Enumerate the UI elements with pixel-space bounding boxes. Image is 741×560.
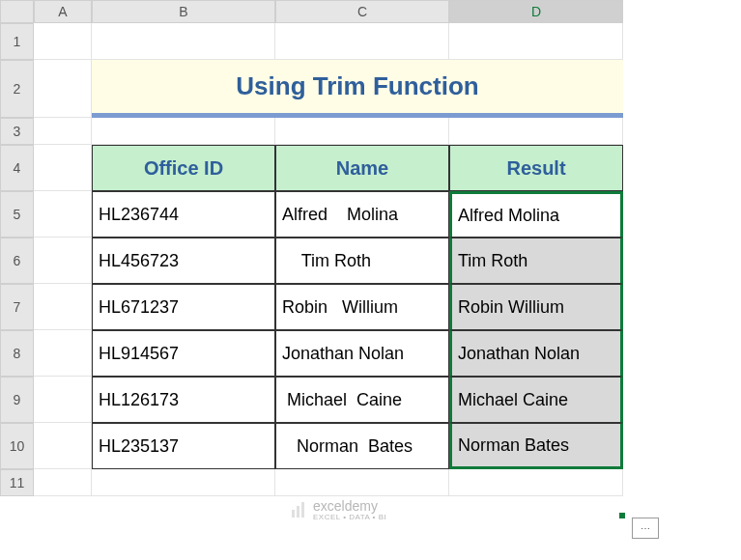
cell-result[interactable]: Alfred Molina bbox=[449, 191, 623, 238]
col-header-b[interactable]: B bbox=[92, 0, 275, 23]
cell-d11[interactable] bbox=[449, 469, 623, 496]
cell-office-id[interactable]: HL236744 bbox=[92, 191, 275, 238]
cell-a6[interactable] bbox=[34, 238, 92, 284]
cell-name[interactable]: Alfred Molina bbox=[275, 191, 449, 238]
cell-a4[interactable] bbox=[34, 145, 92, 191]
svg-rect-1 bbox=[297, 506, 299, 518]
chart-icon bbox=[290, 500, 309, 519]
cell-result[interactable]: Michael Caine bbox=[449, 377, 623, 423]
cell-a9[interactable] bbox=[34, 377, 92, 423]
svg-rect-2 bbox=[301, 502, 304, 518]
cell-name[interactable]: Norman Bates bbox=[275, 423, 449, 469]
cell-office-id[interactable]: HL456723 bbox=[92, 238, 275, 284]
cell-a8[interactable] bbox=[34, 330, 92, 377]
svg-rect-0 bbox=[292, 510, 295, 518]
cell-d3[interactable] bbox=[449, 118, 623, 145]
cell-name[interactable]: Robin Willium bbox=[275, 284, 449, 330]
col-header-d[interactable]: D bbox=[449, 0, 623, 23]
autofill-options-button[interactable]: ⋯ bbox=[632, 518, 659, 539]
row-header-7[interactable]: 7 bbox=[0, 284, 34, 330]
row-header-10[interactable]: 10 bbox=[0, 423, 34, 469]
cell-b11[interactable] bbox=[92, 469, 275, 496]
cell-a2[interactable] bbox=[34, 60, 92, 118]
cell-result[interactable]: Robin Willium bbox=[449, 284, 623, 330]
cell-c11[interactable] bbox=[275, 469, 449, 496]
cell-result[interactable]: Tim Roth bbox=[449, 238, 623, 284]
watermark: exceldemy EXCEL • DATA • BI bbox=[290, 498, 386, 520]
col-header-c[interactable]: C bbox=[275, 0, 449, 23]
row-header-9[interactable]: 9 bbox=[0, 377, 34, 423]
header-result[interactable]: Result bbox=[449, 145, 623, 191]
cell-office-id[interactable]: HL235137 bbox=[92, 423, 275, 469]
cell-b3[interactable] bbox=[92, 118, 275, 145]
cell-a10[interactable] bbox=[34, 423, 92, 469]
cell-office-id[interactable]: HL914567 bbox=[92, 330, 275, 377]
cell-result[interactable]: Jonathan Nolan bbox=[449, 330, 623, 377]
cell-result[interactable]: Norman Bates bbox=[449, 423, 623, 469]
row-header-11[interactable]: 11 bbox=[0, 469, 34, 496]
select-all-corner[interactable] bbox=[0, 0, 34, 23]
page-title: Using Trim Function bbox=[92, 60, 623, 118]
cell-name[interactable]: Tim Roth bbox=[275, 238, 449, 284]
cell-office-id[interactable]: HL126173 bbox=[92, 377, 275, 423]
row-header-2[interactable]: 2 bbox=[0, 60, 34, 118]
cell-a3[interactable] bbox=[34, 118, 92, 145]
spreadsheet-grid: A B C D 1 2 3 4 5 6 7 8 9 10 11 Using Tr… bbox=[0, 0, 741, 496]
cell-name[interactable]: Michael Caine bbox=[275, 377, 449, 423]
cell-name[interactable]: Jonathan Nolan bbox=[275, 330, 449, 377]
col-header-a[interactable]: A bbox=[34, 0, 92, 23]
header-office-id[interactable]: Office ID bbox=[92, 145, 275, 191]
cell-b1[interactable] bbox=[92, 23, 275, 60]
autofill-icon: ⋯ bbox=[641, 523, 650, 534]
header-name[interactable]: Name bbox=[275, 145, 449, 191]
cell-a1[interactable] bbox=[34, 23, 92, 60]
watermark-brand: exceldemy bbox=[313, 498, 378, 514]
cell-a7[interactable] bbox=[34, 284, 92, 330]
cell-c3[interactable] bbox=[275, 118, 449, 145]
row-header-5[interactable]: 5 bbox=[0, 191, 34, 238]
watermark-tagline: EXCEL • DATA • BI bbox=[313, 514, 386, 520]
row-header-3[interactable]: 3 bbox=[0, 118, 34, 145]
cell-office-id[interactable]: HL671237 bbox=[92, 284, 275, 330]
cell-a5[interactable] bbox=[34, 191, 92, 238]
cell-d1[interactable] bbox=[449, 23, 623, 60]
row-header-8[interactable]: 8 bbox=[0, 330, 34, 377]
row-header-4[interactable]: 4 bbox=[0, 145, 34, 191]
cell-c1[interactable] bbox=[275, 23, 449, 60]
cell-a11[interactable] bbox=[34, 469, 92, 496]
row-header-6[interactable]: 6 bbox=[0, 238, 34, 284]
row-header-1[interactable]: 1 bbox=[0, 23, 34, 60]
fill-handle[interactable] bbox=[618, 512, 626, 519]
